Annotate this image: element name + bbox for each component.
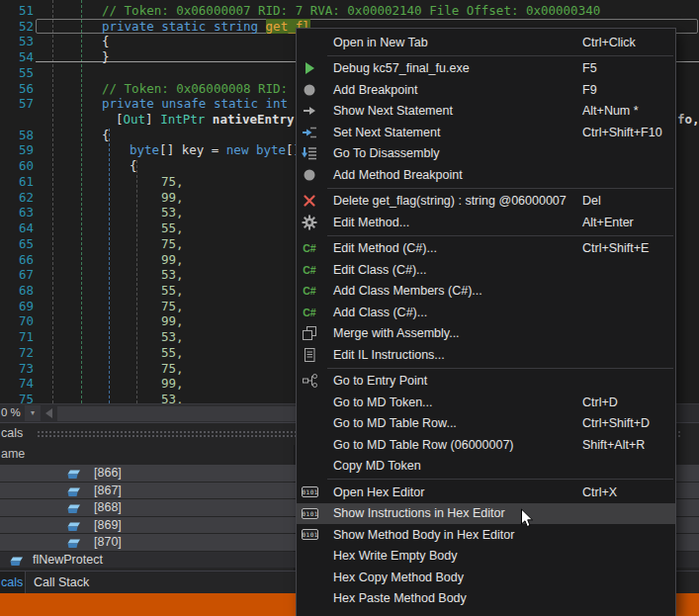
menu-item-label: Hex Paste Method Body bbox=[333, 591, 467, 605]
menu-item-show-method-body-in-hex-editor[interactable]: 0101Show Method Body in Hex Editor bbox=[297, 524, 675, 546]
line-number: 52 bbox=[0, 19, 34, 35]
menu-item-debug-kc57-final-fu-exe[interactable]: Debug kc57_final_fu.exeF5 bbox=[297, 58, 675, 80]
code-text: 99, bbox=[161, 313, 184, 329]
dnspy-window: 5051// Token: 0x06000007 RID: 7 RVA: 0x0… bbox=[0, 0, 699, 616]
line-number: 57 bbox=[0, 96, 34, 112]
menu-item-shortcut: Ctrl+X bbox=[582, 485, 617, 499]
breakpoint-icon bbox=[300, 82, 319, 98]
line-number: 59 bbox=[0, 142, 34, 158]
line-number: 66 bbox=[0, 252, 34, 268]
code-line[interactable]: 51// Token: 0x06000007 RID: 7 RVA: 0x000… bbox=[0, 3, 699, 19]
menu-item-show-next-statement[interactable]: Show Next StatementAlt+Num * bbox=[297, 101, 675, 123]
code-text: 75, bbox=[161, 236, 184, 252]
menu-item-edit-method[interactable]: Edit Method...Alt+Enter bbox=[297, 212, 675, 233]
menu-item-edit-class-c[interactable]: C#Edit Class (C#)... bbox=[297, 259, 675, 281]
code-text: // Token: 0x06000007 RID: 7 RVA: 0x00002… bbox=[102, 3, 600, 19]
menu-item-label: Show Instructions in Hex Editor bbox=[333, 506, 505, 520]
zoom-dropdown-button[interactable]: ▾ bbox=[25, 405, 41, 421]
menu-item-go-to-md-table-row-06000007[interactable]: Go to MD Table Row (06000007)Shift+Alt+R bbox=[297, 434, 675, 456]
code-text: [Out] IntPtr nativeEntry, bbox=[116, 112, 302, 128]
code-text: byte[] key = new byte[] bbox=[130, 142, 301, 158]
menu-item-set-next-statement[interactable]: Set Next StatementCtrl+Shift+F10 bbox=[297, 122, 675, 143]
menu-item-open-in-new-tab[interactable]: Open in New TabCtrl+Click bbox=[297, 32, 675, 53]
menu-item-hex-write-empty-body[interactable]: Hex Write Empty Body bbox=[297, 546, 675, 568]
code-text: private unsafe static int H bbox=[102, 96, 303, 112]
breakpoint-icon bbox=[300, 167, 319, 183]
csharp-icon-glyph: C# bbox=[303, 264, 315, 276]
gear-icon bbox=[300, 215, 319, 230]
menu-item-label: Debug kc57_final_fu.exe bbox=[333, 61, 470, 75]
line-number: 68 bbox=[0, 283, 34, 299]
menu-item-go-to-md-table-row[interactable]: Go to MD Table Row...Ctrl+Shift+D bbox=[297, 413, 675, 435]
menu-separator bbox=[327, 55, 673, 56]
menu-item-add-breakpoint[interactable]: Add BreakpointF9 bbox=[297, 79, 675, 101]
menu-item-label: Edit Method... bbox=[333, 216, 409, 229]
menu-item-delete-get-flag-string-string-06000007[interactable]: Delete get_flag(string) : string @060000… bbox=[297, 191, 675, 213]
context-menu: Open in New TabCtrl+ClickDebug kc57_fina… bbox=[296, 28, 676, 616]
menu-item-go-to-disassembly[interactable]: Go To Disassembly bbox=[297, 143, 675, 165]
menu-item-shortcut: Shift+Alt+R bbox=[582, 438, 645, 452]
menu-item-label: Open Hex Editor bbox=[333, 485, 424, 499]
line-number: 67 bbox=[0, 267, 34, 283]
menu-separator bbox=[327, 368, 673, 369]
code-text: { bbox=[102, 34, 110, 49]
scroll-left-arrow[interactable] bbox=[45, 408, 52, 418]
menu-item-copy-md-token[interactable]: Copy MD Token bbox=[297, 456, 675, 478]
disassembly-icon bbox=[300, 145, 319, 161]
hex-icon-glyph: 0101 bbox=[302, 529, 318, 540]
play-icon bbox=[300, 60, 319, 76]
arrow-right-icon bbox=[300, 103, 319, 119]
menu-item-shortcut: Alt+Enter bbox=[582, 216, 634, 229]
menu-item-shortcut: F5 bbox=[582, 61, 597, 75]
menu-item-add-method-breakpoint[interactable]: Add Method Breakpoint bbox=[297, 164, 675, 186]
menu-item-label: Show Method Body in Hex Editor bbox=[333, 528, 514, 542]
csharp-icon: C# bbox=[300, 305, 319, 320]
menu-item-go-to-entry-point[interactable]: Go to Entry Point bbox=[297, 371, 675, 393]
menu-item-add-class-c[interactable]: C#Add Class (C#)... bbox=[297, 302, 675, 323]
line-number: 71 bbox=[0, 329, 34, 345]
menu-item-hex-copy-method-body[interactable]: Hex Copy Method Body bbox=[297, 567, 675, 588]
menu-item-open-hex-editor[interactable]: 0101Open Hex EditorCtrl+X bbox=[297, 482, 675, 503]
menu-item-edit-method-c[interactable]: C#Edit Method (C#)...Ctrl+Shift+E bbox=[297, 238, 675, 260]
menu-item-go-to-md-token[interactable]: Go to MD Token...Ctrl+D bbox=[297, 392, 675, 413]
delete-icon bbox=[300, 193, 319, 209]
name-column-label: ame bbox=[1, 447, 25, 461]
menu-item-label: Add Breakpoint bbox=[333, 83, 417, 97]
code-text: 53, bbox=[161, 267, 184, 283]
menu-item-edit-il-instructions[interactable]: Edit IL Instructions... bbox=[297, 344, 675, 366]
tab-locals[interactable]: cals bbox=[0, 572, 26, 594]
line-number: 64 bbox=[0, 220, 34, 236]
mouse-cursor bbox=[520, 508, 534, 529]
line-number: 72 bbox=[0, 345, 34, 361]
menu-item-merge-with-assembly[interactable]: Merge with Assembly... bbox=[297, 323, 675, 345]
menu-item-shortcut: Ctrl+Shift+E bbox=[582, 241, 649, 255]
menu-item-shortcut: Ctrl+Shift+F10 bbox=[582, 126, 662, 139]
menu-item-label: Hex Copy Method Body bbox=[333, 571, 464, 584]
menu-item-label: Add Class (C#)... bbox=[333, 306, 427, 319]
entry-point-icon bbox=[300, 373, 319, 389]
locals-row-label: [868] bbox=[94, 499, 122, 516]
menu-item-label: Go to MD Table Row... bbox=[333, 416, 457, 430]
line-number: 60 bbox=[0, 158, 34, 174]
menu-item-hex-paste-method-body[interactable]: Hex Paste Method Body bbox=[297, 588, 675, 610]
menu-item-label: Merge with Assembly... bbox=[333, 326, 460, 340]
menu-item-shortcut: Ctrl+Click bbox=[582, 36, 636, 49]
code-text: 53, bbox=[161, 392, 184, 403]
menu-item-add-class-members-c[interactable]: C#Add Class Members (C#)... bbox=[297, 281, 675, 303]
line-number: 53 bbox=[0, 34, 34, 49]
code-text: } bbox=[102, 49, 110, 65]
menu-item-label: Show Next Statement bbox=[333, 104, 453, 118]
code-text: 55, bbox=[161, 345, 184, 361]
hex-icon-glyph: 0101 bbox=[302, 486, 318, 497]
line-number: 74 bbox=[0, 376, 34, 392]
csharp-icon: C# bbox=[300, 283, 319, 299]
menu-separator bbox=[327, 479, 673, 480]
menu-item-show-instructions-in-hex-editor[interactable]: 0101Show Instructions in Hex Editor bbox=[297, 503, 675, 525]
menu-item-label: Go to MD Table Row (06000007) bbox=[333, 438, 514, 452]
local-variable-icon bbox=[10, 555, 24, 572]
line-number: 75 bbox=[0, 392, 34, 403]
code-text: 55, bbox=[161, 220, 184, 236]
menu-item-shortcut: Alt+Num * bbox=[582, 104, 639, 118]
zoom-level-label: 0 % bbox=[1, 406, 21, 418]
tab-call-stack[interactable]: Call Stack bbox=[34, 572, 89, 594]
